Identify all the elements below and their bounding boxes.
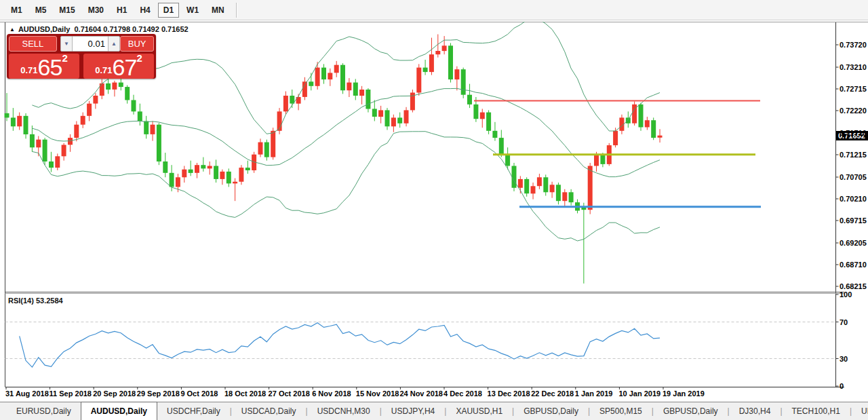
price-axis-label: 0.68710 — [840, 261, 867, 269]
timeframe-button-h1[interactable]: H1 — [111, 3, 132, 18]
sell-price-point: 2 — [62, 52, 67, 64]
date-axis-label: 31 Aug 2018 — [5, 389, 49, 398]
price-axis-label: 0.72220 — [840, 107, 867, 115]
buy-button[interactable]: BUY — [120, 36, 154, 52]
date-axis-label: 27 Oct 2018 — [269, 389, 310, 398]
sell-button[interactable]: SELL — [9, 36, 57, 52]
date-axis-label: 1 Jan 2019 — [575, 389, 613, 398]
price-axis-label: 0.70705 — [840, 173, 867, 181]
chart-tab-audusd-daily[interactable]: AUDUSD,Daily — [81, 402, 157, 420]
price-axis-label: 0.71710 — [840, 129, 867, 137]
chart-tab-usdjpy-h4[interactable]: USDJPY,H4 — [382, 402, 444, 420]
timeframe-button-mn[interactable]: MN — [206, 3, 230, 18]
buy-price-pips: 67 — [113, 57, 137, 77]
price-axis-label: 0.70210 — [840, 195, 867, 203]
rsi-axis-label: 100 — [840, 290, 852, 299]
date-axis-label: 6 Nov 2018 — [312, 389, 351, 398]
chart-tab-usdcad-daily[interactable]: USDCAD,Daily — [232, 402, 306, 420]
date-axis-label: 9 Oct 2018 — [180, 389, 218, 398]
rsi-axis-label: 70 — [840, 318, 848, 326]
chart-ohlc-values: 0.71604 0.71798 0.71492 0.71652 — [74, 25, 188, 33]
chart-window: ▲AUDUSD,Daily 0.71604 0.71798 0.71492 0.… — [0, 22, 868, 402]
mt4-terminal: M1M5M15M30H1H4D1W1MN ▲AUDUSD,Daily 0.716… — [0, 0, 868, 420]
sell-price-pips: 65 — [38, 57, 62, 77]
timeframe-button-m5[interactable]: M5 — [30, 3, 52, 18]
trade-panel-controls: SELL ▼ 0.01 ▲ BUY — [9, 36, 154, 52]
chart-title: ▲AUDUSD,Daily 0.71604 0.71798 0.71492 0.… — [9, 25, 189, 33]
chart-tab-gbpusd-daily[interactable]: GBPUSD,Daily — [514, 402, 588, 420]
chart-tab-usdchf-daily[interactable]: USDCHF,Daily — [157, 402, 230, 420]
price-axis-label: 0.69205 — [840, 239, 867, 247]
triangle-up-icon: ▲ — [111, 41, 117, 47]
timeframe-button-m30[interactable]: M30 — [83, 3, 109, 18]
timeframe-button-d1[interactable]: D1 — [158, 3, 179, 18]
price-axis-label: 0.73210 — [840, 63, 867, 71]
timeframe-button-m1[interactable]: M1 — [5, 3, 28, 18]
buy-price-prefix: 0.71 — [95, 65, 112, 75]
timeframe-toolbar: M1M5M15M30H1H4D1W1MN — [0, 0, 868, 20]
rsi-axis-label: 30 — [840, 355, 848, 363]
chart-tab-xauusd-h1[interactable]: XAUUSD,H1 — [446, 402, 512, 420]
date-axis-label: 18 Oct 2018 — [224, 389, 266, 398]
volume-increase-button[interactable]: ▲ — [108, 36, 120, 52]
triangle-down-icon: ▼ — [64, 41, 69, 47]
price-axis-label: 0.69715 — [840, 216, 867, 225]
chart-tab-ukoil-h1[interactable]: UKOil,H1 — [852, 402, 868, 420]
price-axis-label: 0.73720 — [840, 41, 867, 49]
rsi-axis-label: 0 — [840, 382, 844, 390]
toolbar-separator — [236, 3, 237, 18]
date-axis-label: 15 Nov 2018 — [356, 389, 399, 398]
sell-price-quote[interactable]: 0.71652 — [9, 54, 79, 79]
chart-tab-dj30-h4[interactable]: DJ30,H4 — [730, 402, 781, 420]
date-axis-label: 13 Dec 2018 — [488, 389, 530, 398]
collapse-arrow-icon[interactable]: ▲ — [9, 26, 15, 33]
date-axis-label: 19 Jan 2019 — [663, 389, 705, 398]
chart-tab-usdcnh-m30[interactable]: USDCNH,M30 — [308, 402, 380, 420]
chart-overlay: ▲AUDUSD,Daily 0.71604 0.71798 0.71492 0.… — [0, 22, 868, 402]
date-axis-label: 29 Sep 2018 — [137, 389, 180, 398]
one-click-trading-panel: SELL ▼ 0.01 ▲ BUY 0.71652 0.71672 — [7, 34, 156, 79]
chart-tab-eurusd-daily[interactable]: EURUSD,Daily — [7, 402, 81, 420]
timeframe-button-m15[interactable]: M15 — [54, 3, 80, 18]
buy-price-point: 2 — [136, 52, 142, 64]
timeframe-button-h4[interactable]: H4 — [134, 3, 155, 18]
chart-tab-gbpusd-daily[interactable]: GBPUSD,Daily — [654, 402, 728, 420]
chart-tab-tech100-h1[interactable]: TECH100,H1 — [783, 402, 850, 420]
chart-tab-sp500-m15[interactable]: SP500,M15 — [590, 402, 652, 420]
date-axis-label: 10 Jan 2019 — [618, 389, 660, 398]
price-axis-label: 0.71215 — [840, 151, 867, 159]
date-axis-label: 20 Sep 2018 — [93, 389, 136, 398]
buy-price-quote[interactable]: 0.71672 — [83, 54, 154, 79]
date-axis-label: 4 Dec 2018 — [443, 389, 482, 398]
volume-decrease-button[interactable]: ▼ — [60, 36, 73, 52]
date-axis-label: 22 Dec 2018 — [531, 389, 574, 398]
price-axis-label: 0.72715 — [840, 85, 867, 93]
timeframe-button-w1[interactable]: W1 — [181, 3, 204, 18]
chart-symbol-label: AUDUSD,Daily — [18, 25, 70, 33]
date-axis-label: 11 Sep 2018 — [50, 389, 92, 398]
price-axis-label: 0.68215 — [840, 282, 867, 290]
trade-panel-quotes: 0.71652 0.71672 — [9, 54, 154, 79]
rsi-indicator-label: RSI(14) 53.2584 — [8, 297, 63, 305]
date-axis-label: 24 Nov 2018 — [399, 389, 443, 398]
volume-input[interactable]: 0.01 — [73, 36, 108, 52]
sell-price-prefix: 0.71 — [20, 65, 37, 75]
chart-tab-bar: EURUSD,DailyAUDUSD,DailyUSDCHF,Daily|USD… — [0, 402, 868, 420]
